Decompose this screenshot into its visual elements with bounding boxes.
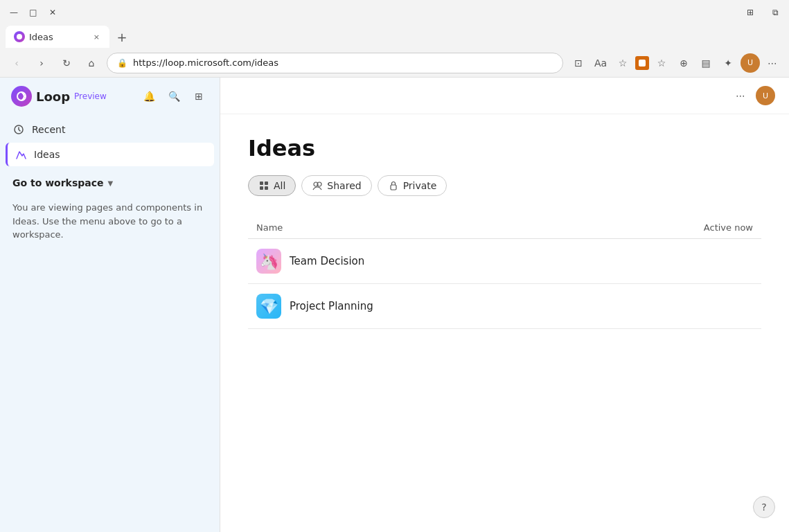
filter-tab-private[interactable]: Private bbox=[378, 175, 447, 196]
shared-icon bbox=[312, 180, 323, 191]
svg-rect-6 bbox=[260, 186, 263, 190]
workspaces-icon[interactable]: ⧉ bbox=[768, 6, 782, 19]
help-button[interactable]: ? bbox=[753, 496, 775, 518]
loop-logo-icon bbox=[11, 86, 32, 107]
tab-title: Ideas bbox=[29, 32, 53, 42]
app-layout: Loop Preview 🔔 🔍 ⊞ bbox=[0, 78, 789, 532]
filter-tabs: All Shared bbox=[248, 175, 761, 196]
svg-rect-1 bbox=[639, 60, 646, 66]
table-row[interactable]: 🦄 Team Decision bbox=[248, 239, 761, 284]
home-button[interactable]: ⌂ bbox=[82, 53, 101, 73]
col-active-header: Active now bbox=[649, 222, 753, 233]
main-header-actions: ⋯ U bbox=[731, 86, 775, 105]
team-decision-name: Team Decision bbox=[290, 255, 364, 267]
browser-profile-avatar[interactable]: U bbox=[741, 53, 760, 73]
title-bar: — □ ✕ ⊞ ⧉ bbox=[0, 0, 789, 25]
main-body: Ideas All bbox=[220, 114, 789, 350]
more-options-icon[interactable]: ⋯ bbox=[731, 86, 750, 105]
maximize-button[interactable]: □ bbox=[26, 6, 40, 19]
close-button[interactable]: ✕ bbox=[46, 6, 60, 19]
main-content: ⋯ U Ideas bbox=[220, 78, 789, 532]
minimize-button[interactable]: — bbox=[7, 6, 21, 19]
sidebar-item-ideas[interactable]: Ideas bbox=[6, 143, 214, 166]
tab-bar: Ideas × + bbox=[0, 25, 789, 48]
loop-logo: Loop Preview bbox=[11, 86, 107, 107]
browser-copilot-icon[interactable]: ✦ bbox=[718, 53, 738, 73]
content-table: Name Active now 🦄 Team Decision 💎 bbox=[248, 217, 761, 329]
page-title: Ideas bbox=[248, 135, 761, 161]
loop-logo-text: Loop bbox=[36, 89, 70, 104]
nav-actions: ⊡ Aa ☆ ☆ ⊕ ▤ ✦ U ⋯ bbox=[569, 53, 782, 73]
split-screen-icon[interactable]: ⊡ bbox=[569, 53, 588, 73]
tab-close-button[interactable]: × bbox=[92, 31, 101, 43]
read-aloud-icon[interactable]: Aa bbox=[591, 53, 610, 73]
filter-tab-all-label: All bbox=[274, 180, 285, 191]
all-icon bbox=[258, 180, 269, 191]
sidebar-item-recent-label: Recent bbox=[32, 124, 65, 135]
browser-menu-icon[interactable]: ⋯ bbox=[763, 53, 782, 73]
recent-icon bbox=[12, 123, 25, 136]
main-profile-avatar[interactable]: U bbox=[756, 86, 775, 105]
search-icon[interactable]: 🔍 bbox=[164, 87, 184, 106]
sidebar-item-ideas-label: Ideas bbox=[34, 149, 60, 160]
filter-tab-shared-label: Shared bbox=[327, 180, 361, 191]
filter-tab-private-label: Private bbox=[403, 180, 437, 191]
filter-tab-all[interactable]: All bbox=[248, 175, 296, 196]
ideas-icon bbox=[15, 148, 27, 161]
loop-preview-badge: Preview bbox=[74, 91, 107, 101]
svg-rect-7 bbox=[265, 186, 268, 190]
tab-favicon bbox=[14, 31, 25, 42]
table-row[interactable]: 💎 Project Planning bbox=[248, 284, 761, 329]
favorites-icon[interactable]: ☆ bbox=[613, 53, 632, 73]
col-name-header: Name bbox=[256, 222, 649, 233]
refresh-button[interactable]: ↻ bbox=[57, 53, 76, 73]
workspace-section-label: Go to workspace bbox=[12, 177, 104, 188]
forward-button[interactable]: › bbox=[32, 53, 51, 73]
table-header: Name Active now bbox=[248, 217, 761, 239]
nav-bar: ‹ › ↻ ⌂ 🔒 https://loop.microsoft.com/ide… bbox=[0, 48, 789, 78]
sidebar-nav: Recent Ideas bbox=[0, 115, 220, 169]
copilot-icon[interactable] bbox=[635, 56, 649, 70]
notifications-bell-icon[interactable]: 🔔 bbox=[139, 87, 159, 106]
title-bar-left: — □ ✕ bbox=[7, 6, 60, 19]
project-planning-name: Project Planning bbox=[290, 300, 373, 312]
sidebar-header: Loop Preview 🔔 🔍 ⊞ bbox=[0, 78, 220, 115]
url-text: https://loop.microsoft.com/ideas bbox=[133, 57, 278, 68]
back-button[interactable]: ‹ bbox=[7, 53, 26, 73]
address-bar[interactable]: 🔒 https://loop.microsoft.com/ideas bbox=[107, 53, 563, 73]
svg-rect-5 bbox=[265, 181, 268, 185]
active-tab[interactable]: Ideas × bbox=[6, 26, 109, 48]
svg-rect-10 bbox=[391, 185, 396, 190]
create-icon[interactable]: ⊞ bbox=[189, 87, 209, 106]
private-icon bbox=[388, 180, 399, 191]
project-planning-icon: 💎 bbox=[256, 294, 281, 319]
collections-icon[interactable]: ☆ bbox=[652, 53, 671, 73]
sidebar-header-actions: 🔔 🔍 ⊞ bbox=[139, 87, 209, 106]
svg-rect-4 bbox=[260, 181, 263, 185]
workspace-section[interactable]: Go to workspace ▼ bbox=[0, 169, 220, 193]
sidebar-item-recent[interactable]: Recent bbox=[6, 118, 214, 141]
sidebar-info-text: You are viewing pages and components in … bbox=[0, 193, 220, 250]
sidebar: Loop Preview 🔔 🔍 ⊞ bbox=[0, 78, 220, 532]
filter-tab-shared[interactable]: Shared bbox=[301, 175, 371, 196]
svg-point-0 bbox=[17, 34, 22, 39]
chevron-down-icon: ▼ bbox=[108, 179, 114, 187]
title-bar-controls: ⊞ ⧉ bbox=[743, 6, 782, 19]
team-decision-icon: 🦄 bbox=[256, 249, 281, 274]
main-header-bar: ⋯ U bbox=[220, 78, 789, 114]
lock-icon: 🔒 bbox=[117, 58, 127, 68]
new-tab-button[interactable]: + bbox=[112, 27, 132, 46]
edge-menu-icon[interactable]: ⊞ bbox=[743, 6, 757, 19]
sidebar-toggle-icon[interactable]: ▤ bbox=[696, 53, 716, 73]
browser-extensions-icon[interactable]: ⊕ bbox=[674, 53, 693, 73]
